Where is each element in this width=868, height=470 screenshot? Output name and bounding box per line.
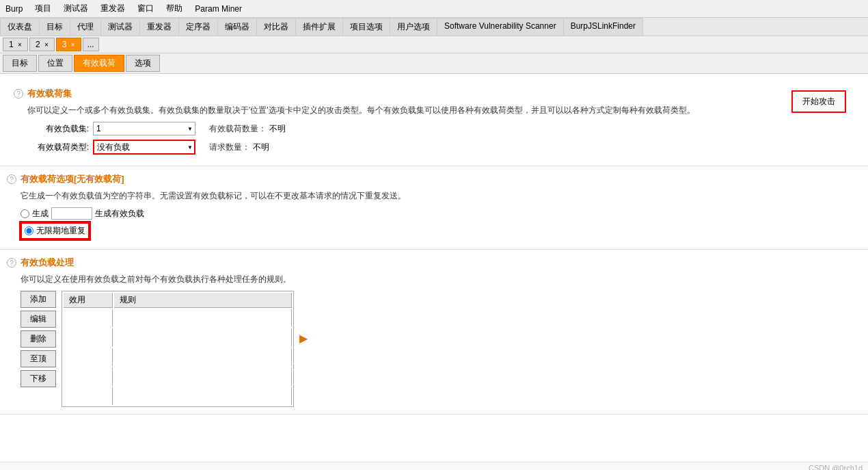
- col-header-rule: 规则: [114, 293, 292, 308]
- tab-svs[interactable]: Software Vulnerability Scanner: [437, 18, 564, 36]
- add-rule-button[interactable]: 添加: [21, 291, 56, 308]
- generate-count-input[interactable]: [51, 207, 92, 220]
- table-row: [64, 328, 292, 346]
- tab-num-2[interactable]: 2 ×: [29, 38, 55, 51]
- top-rule-button[interactable]: 至顶: [21, 350, 56, 367]
- request-count-value: 不明: [253, 142, 269, 153]
- start-attack-button[interactable]: 开始攻击: [791, 90, 846, 113]
- tab-jslinkfinder[interactable]: BurpJSLinkFinder: [564, 18, 643, 36]
- payload-processing-help-icon[interactable]: ?: [7, 258, 16, 267]
- subtab-positions[interactable]: 位置: [38, 55, 72, 72]
- tab-dashboard[interactable]: 仪表盘: [0, 18, 40, 36]
- payload-type-label: 有效载荷类型:: [27, 142, 89, 153]
- payload-options-desc: 它生成一个有效负载值为空的字符串。无需设置有效负载标记，可以在不更改基本请求的情…: [21, 190, 857, 202]
- payload-options-section: ? 有效载荷选项[无有效载荷] 它生成一个有效负载值为空的字符串。无需设置有效负…: [0, 166, 868, 250]
- payload-type-select[interactable]: 没有负载: [93, 140, 195, 155]
- payload-set-section: ? 有效载荷集 你可以定义一个或多个有效负载集。有效负载集的数量取决于'位置'选…: [0, 74, 868, 166]
- menu-project[interactable]: 项目: [32, 1, 54, 16]
- tab-repeater[interactable]: 重发器: [140, 18, 179, 36]
- tab-project-options[interactable]: 项目选项: [343, 18, 390, 36]
- tab-target[interactable]: 目标: [40, 18, 70, 36]
- radio-generate-row: 生成 生成有效负载: [21, 207, 857, 220]
- main-tabbar: 仪表盘 目标 代理 测试器 重发器 定序器 编码器 对比器 插件扩展 项目选项 …: [0, 18, 868, 36]
- subtab-target[interactable]: 目标: [3, 55, 37, 72]
- watermark: CSDN @0rch1d: [0, 462, 868, 470]
- tab-num-3[interactable]: 3 ×: [56, 38, 81, 51]
- menu-param-miner[interactable]: Param Miner: [192, 3, 245, 15]
- numbered-tabbar: 1 × 2 × 3 × ...: [0, 36, 868, 53]
- payload-options-header: ? 有效载荷选项[无有效载荷]: [7, 173, 857, 185]
- payload-set-header: ? 有效载荷集: [14, 88, 791, 100]
- processing-table-body: [64, 309, 292, 405]
- payload-type-select-wrapper: 没有负载: [93, 140, 195, 155]
- payload-options-title: 有效载荷选项[无有效载荷]: [21, 173, 124, 185]
- processing-table-area: 添加 编辑 删除 至顶 下移 效用 规则: [21, 291, 857, 407]
- menu-repeater[interactable]: 重发器: [98, 1, 128, 16]
- radio-generate[interactable]: [21, 209, 29, 218]
- payload-processing-header: ? 有效负载处理: [7, 257, 857, 269]
- payload-type-row: 有效载荷类型: 没有负载 请求数量： 不明: [27, 140, 791, 155]
- tab-sequencer[interactable]: 定序器: [179, 18, 218, 36]
- col-header-enabled: 效用: [64, 293, 113, 308]
- processing-table: 效用 规则: [62, 291, 294, 407]
- payload-set-row: 有效负载集: 1 有效载荷数量： 不明: [27, 122, 791, 135]
- tab2-close[interactable]: ×: [44, 41, 49, 49]
- radio-infinite[interactable]: [25, 226, 33, 235]
- table-row: [64, 387, 292, 405]
- menu-window[interactable]: 窗口: [135, 1, 157, 16]
- processing-buttons: 添加 编辑 删除 至顶 下移: [21, 291, 56, 387]
- tab3-close[interactable]: ×: [71, 41, 75, 49]
- payload-set-top-row: ? 有效载荷集 你可以定义一个或多个有效负载集。有效负载集的数量取决于'位置'选…: [7, 81, 857, 159]
- payload-set-select[interactable]: 1: [93, 122, 195, 135]
- payload-set-desc: 你可以定义一个或多个有效负载集。有效负载集的数量取决于'位置'选项卡中定义的攻击…: [27, 104, 791, 116]
- tab-decoder[interactable]: 编码器: [218, 18, 257, 36]
- tab-comparer[interactable]: 对比器: [257, 18, 296, 36]
- tab-add-button[interactable]: ...: [83, 38, 99, 51]
- radio-generate-label: 生成: [32, 208, 49, 220]
- edit-rule-button[interactable]: 编辑: [21, 311, 56, 328]
- payload-set-help-icon[interactable]: ?: [14, 89, 23, 99]
- menubar: Burp 项目 测试器 重发器 窗口 帮助 Param Miner: [0, 0, 868, 18]
- tab-user-options[interactable]: 用户选项: [390, 18, 437, 36]
- payload-set-select-wrapper: 1: [93, 122, 195, 135]
- payload-set-left: ? 有效载荷集 你可以定义一个或多个有效负载集。有效负载集的数量取决于'位置'选…: [14, 88, 791, 159]
- table-row: [64, 309, 292, 327]
- subtab-payloads[interactable]: 有效载荷: [74, 55, 124, 72]
- tab-proxy[interactable]: 代理: [70, 18, 101, 36]
- sub-tabbar: 目标 位置 有效载荷 选项: [0, 53, 868, 74]
- payload-options-help-icon[interactable]: ?: [7, 174, 16, 184]
- payload-processing-title: 有效负载处理: [21, 257, 74, 269]
- menu-tester[interactable]: 测试器: [61, 1, 91, 16]
- start-attack-wrapper: 开始攻击: [791, 88, 846, 113]
- table-row: [64, 348, 292, 366]
- payload-set-title: 有效载荷集: [27, 88, 72, 100]
- radio-generate-suffix: 生成有效负载: [95, 208, 144, 220]
- menu-help[interactable]: 帮助: [163, 1, 185, 16]
- payload-processing-desc: 你可以定义在使用有效负载之前对每个有效负载执行各种处理任务的规则。: [21, 273, 857, 285]
- down-rule-button[interactable]: 下移: [21, 370, 56, 387]
- table-row: [64, 367, 292, 385]
- tab1-close[interactable]: ×: [18, 41, 22, 49]
- payload-processing-section: ? 有效负载处理 你可以定义在使用有效负载之前对每个有效负载执行各种处理任务的规…: [0, 250, 868, 415]
- tab-intruder[interactable]: 测试器: [101, 18, 140, 36]
- menu-burp[interactable]: Burp: [3, 3, 25, 15]
- tab-num-1[interactable]: 1 ×: [3, 38, 28, 51]
- radio-infinite-row: 无限期地重复: [21, 222, 857, 239]
- delete-rule-button[interactable]: 删除: [21, 330, 56, 348]
- subtab-options[interactable]: 选项: [126, 55, 160, 72]
- request-count-label: 请求数量：: [209, 142, 250, 153]
- tab-extensions[interactable]: 插件扩展: [296, 18, 343, 36]
- main-content: ? 有效载荷集 你可以定义一个或多个有效负载集。有效负载集的数量取决于'位置'选…: [0, 74, 868, 462]
- expand-arrow-icon[interactable]: ▶: [299, 332, 308, 345]
- payload-count-value: 不明: [269, 123, 286, 135]
- payload-set-label: 有效负载集:: [27, 123, 89, 135]
- radio-infinite-label: 无限期地重复: [36, 225, 85, 237]
- payload-count-label: 有效载荷数量：: [209, 123, 267, 135]
